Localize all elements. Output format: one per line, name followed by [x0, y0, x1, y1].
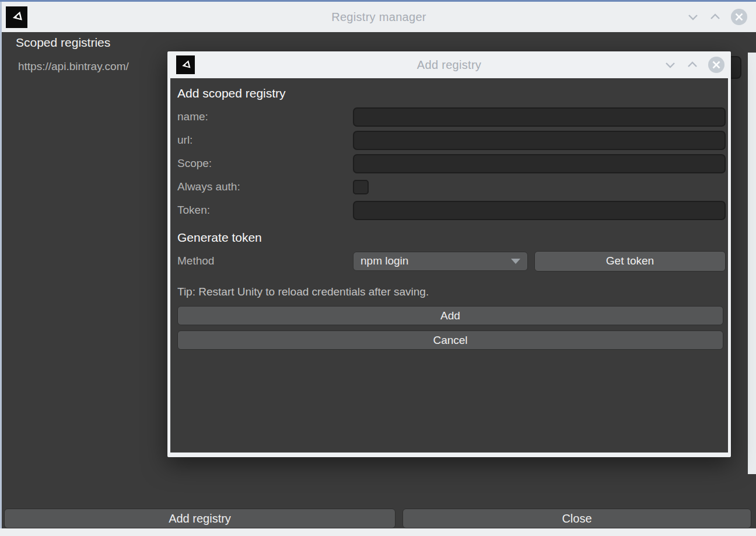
- chevron-down-icon: [663, 58, 677, 72]
- url-field-row: url:: [177, 128, 726, 152]
- dropdown-arrow-icon: [511, 259, 520, 264]
- add-registry-button[interactable]: Add registry: [4, 509, 396, 528]
- dialog-minimize-button[interactable]: [663, 58, 677, 72]
- chevron-up-icon: [685, 58, 699, 72]
- dialog-window-controls: [663, 56, 731, 74]
- registry-list-item: https://api.bintray.com/: [18, 60, 129, 73]
- method-dropdown-value: npm login: [360, 255, 511, 267]
- chevron-down-icon: [686, 10, 700, 24]
- url-label: url:: [177, 134, 353, 147]
- minimize-button[interactable]: [686, 10, 700, 24]
- scope-field-row: Scope:: [177, 152, 726, 175]
- close-button[interactable]: Close: [402, 509, 751, 528]
- dialog-add-button[interactable]: Add: [177, 306, 723, 325]
- dialog-titlebar: Add registry: [167, 51, 731, 78]
- close-window-button[interactable]: [730, 8, 748, 26]
- method-label: Method: [177, 255, 353, 267]
- name-label: name:: [177, 110, 353, 123]
- maximize-button[interactable]: [708, 10, 722, 24]
- add-scoped-registry-heading: Add scoped registry: [177, 86, 726, 100]
- always-auth-label: Always auth:: [177, 180, 353, 193]
- scrollbar-track[interactable]: [748, 53, 756, 474]
- token-field-row: Token:: [177, 199, 726, 222]
- dialog-unity-window-icon[interactable]: [176, 55, 195, 74]
- scoped-registries-heading: Scoped registries: [16, 36, 110, 50]
- main-window-title: Registry manager: [2, 11, 756, 24]
- main-titlebar: Registry manager: [2, 2, 756, 32]
- generate-token-heading: Generate token: [177, 231, 726, 245]
- scope-label: Scope:: [177, 157, 353, 170]
- token-input[interactable]: [353, 201, 726, 220]
- dialog-body: Add scoped registry name: url: Scope: Al…: [170, 78, 728, 453]
- method-dropdown[interactable]: npm login: [353, 252, 528, 271]
- dialog-maximize-button[interactable]: [685, 58, 699, 72]
- name-field-row: name:: [177, 105, 726, 128]
- get-token-button[interactable]: Get token: [534, 251, 726, 272]
- dialog-cancel-button[interactable]: Cancel: [177, 330, 723, 350]
- close-icon: [708, 56, 725, 74]
- dialog-close-window-button[interactable]: [708, 56, 725, 74]
- method-row: Method npm login Get token: [177, 249, 726, 273]
- unity-logo-icon: [9, 9, 24, 25]
- unity-logo-icon: [179, 58, 192, 72]
- close-icon: [730, 8, 748, 26]
- chevron-up-icon: [708, 10, 722, 24]
- name-input[interactable]: [353, 107, 726, 127]
- url-input[interactable]: [353, 131, 726, 150]
- main-window-controls: [686, 8, 756, 26]
- unity-window-icon[interactable]: [6, 6, 27, 28]
- token-label: Token:: [177, 204, 353, 217]
- scope-input[interactable]: [353, 154, 726, 173]
- dialog-title: Add registry: [167, 58, 731, 72]
- tip-text: Tip: Restart Unity to reload credentials…: [177, 286, 726, 298]
- always-auth-row: Always auth:: [177, 175, 726, 199]
- add-registry-dialog: Add registry Add scoped registry name:: [167, 51, 731, 457]
- always-auth-checkbox[interactable]: [353, 180, 369, 194]
